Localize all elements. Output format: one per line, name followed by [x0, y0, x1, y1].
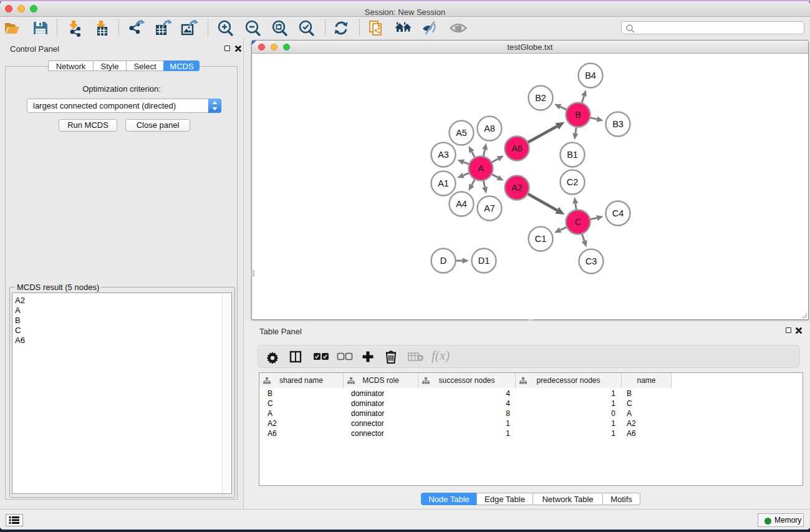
svg-text:A2: A2 — [511, 183, 523, 193]
svg-text:B1: B1 — [567, 150, 578, 160]
svg-text:A8: A8 — [484, 123, 495, 133]
svg-text:A1: A1 — [438, 178, 449, 188]
svg-text:A7: A7 — [484, 203, 495, 213]
svg-text:B3: B3 — [612, 119, 624, 129]
svg-text:C3: C3 — [586, 256, 597, 266]
svg-text:C1: C1 — [535, 234, 547, 244]
svg-text:B4: B4 — [585, 70, 596, 80]
svg-text:A3: A3 — [438, 150, 449, 160]
svg-text:D: D — [440, 256, 446, 266]
svg-text:B: B — [575, 110, 581, 120]
svg-text:A: A — [478, 163, 484, 173]
svg-text:C2: C2 — [567, 177, 579, 187]
svg-text:C: C — [575, 217, 581, 227]
svg-text:A5: A5 — [456, 128, 467, 138]
svg-text:A4: A4 — [456, 199, 467, 209]
svg-text:D1: D1 — [478, 256, 490, 266]
svg-text:B2: B2 — [535, 93, 546, 103]
svg-text:C4: C4 — [612, 208, 624, 218]
svg-text:A6: A6 — [511, 143, 523, 153]
